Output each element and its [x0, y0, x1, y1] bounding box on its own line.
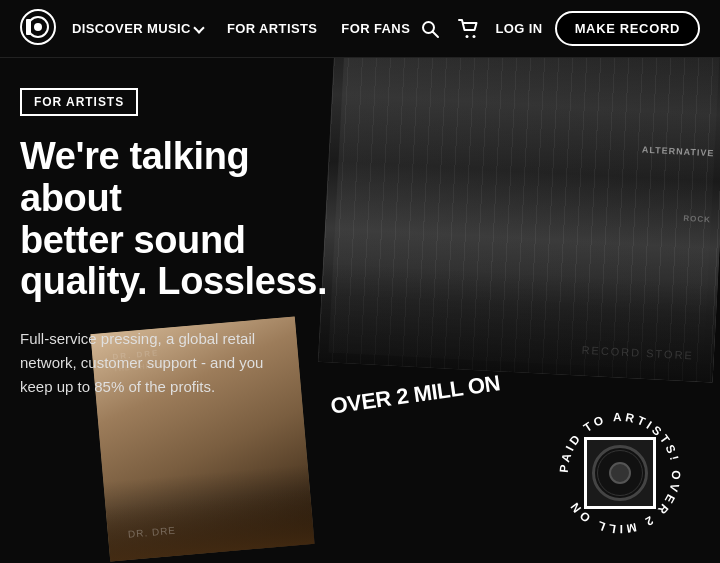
chevron-down-icon: [193, 22, 204, 33]
hero-subtext: Full-service pressing, a global retail n…: [20, 327, 300, 399]
nav-for-fans[interactable]: FOR FANS: [341, 21, 410, 36]
hero-headline: We're talking about better sound quality…: [20, 136, 340, 303]
nav-action-icons: [420, 19, 480, 39]
record-store-image: ALTERNATIVE ROCK: [318, 58, 720, 383]
circular-badge: PAID TO ARTISTS! OVER 2 MILL ON: [550, 403, 690, 543]
vinyl-icon: [584, 437, 656, 509]
search-icon: [420, 19, 440, 39]
make-record-button[interactable]: MAKE RECORD: [555, 11, 700, 46]
svg-line-5: [432, 31, 438, 37]
svg-rect-3: [26, 19, 31, 35]
for-artists-badge: FOR ARTISTS: [20, 88, 138, 116]
nav-discover-music[interactable]: DISCOVER MUSIC: [72, 21, 203, 36]
logo[interactable]: [20, 9, 72, 49]
cart-icon: [458, 19, 480, 39]
svg-point-7: [472, 35, 475, 38]
vinyl-record: [592, 445, 648, 501]
nav-for-artists[interactable]: FOR ARTISTS: [227, 21, 317, 36]
cart-button[interactable]: [458, 19, 480, 39]
hero-section: ALTERNATIVE ROCK DR. DRE THE CHRONIC FOR…: [0, 58, 720, 563]
hero-text-content: FOR ARTISTS We're talking about better s…: [20, 88, 340, 399]
over-mill-text: OVER 2 MILL ON: [329, 370, 502, 420]
nav-links: DISCOVER MUSIC FOR ARTISTS FOR FANS: [72, 21, 420, 36]
svg-point-2: [34, 23, 42, 31]
login-link[interactable]: LOG IN: [496, 21, 543, 36]
svg-point-6: [465, 35, 468, 38]
navbar: DISCOVER MUSIC FOR ARTISTS FOR FANS LOG …: [0, 0, 720, 58]
search-button[interactable]: [420, 19, 440, 39]
